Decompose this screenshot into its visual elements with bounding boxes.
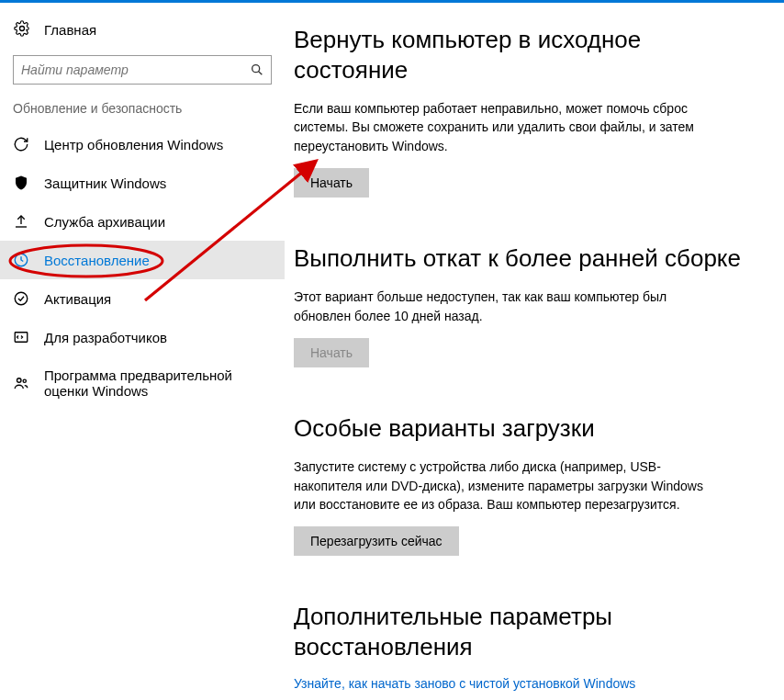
svg-point-1 [252,65,260,73]
search-input[interactable] [13,55,272,85]
svg-line-2 [259,72,263,75]
nav-item-recovery[interactable]: Восстановление [0,241,285,279]
reset-start-button[interactable]: Начать [294,168,369,198]
nav-label: Служба архивации [44,214,165,230]
svg-point-8 [17,378,22,383]
nav-item-insider[interactable]: Программа предварительной оценки Windows [0,356,285,410]
nav-item-defender[interactable]: Защитник Windows [0,164,285,202]
fresh-start-link[interactable]: Узнайте, как начать заново с чистой уста… [294,676,635,691]
nav-label: Защитник Windows [44,175,166,191]
svg-point-0 [20,27,25,31]
search-icon [250,62,264,77]
check-circle-icon [13,290,29,307]
restart-now-button[interactable]: Перезагрузить сейчас [294,526,459,556]
nav-item-backup[interactable]: Служба архивации [0,202,285,241]
rollback-title: Выполнить откат к более ранней сборке [294,243,751,274]
content-pane: Вернуть компьютер в исходное состояние Е… [285,3,784,700]
nav-label: Восстановление [44,253,150,268]
sidebar: Главная Обновление и безопасность Центр … [0,3,285,700]
svg-point-6 [15,292,28,305]
sidebar-section-header: Обновление и безопасность [0,101,285,125]
more-title: Дополнительные параметры восстановления [294,602,751,661]
nav-label: Центр обновления Windows [44,137,223,152]
svg-point-9 [23,379,26,382]
history-icon [13,252,29,268]
nav-item-developers[interactable]: Для разработчиков [0,318,285,356]
home-label: Главная [44,22,96,38]
people-icon [13,375,29,391]
nav-label: Программа предварительной оценки Windows [44,367,255,399]
settings-window: Главная Обновление и безопасность Центр … [0,3,784,700]
code-icon [13,329,29,345]
reset-title: Вернуть компьютер в исходное состояние [294,25,751,85]
gear-icon [13,19,31,40]
sync-icon [13,136,29,152]
nav-label: Для разработчиков [44,330,167,345]
nav-label: Активация [44,291,111,307]
nav-list: Центр обновления Windows Защитник Window… [0,125,285,410]
shield-icon [13,175,29,191]
nav-item-windows-update[interactable]: Центр обновления Windows [0,125,285,164]
upload-icon [13,213,29,230]
advanced-body: Запустите систему с устройства либо диск… [294,457,716,514]
home-link[interactable]: Главная [0,16,285,55]
reset-body: Если ваш компьютер работает неправильно,… [294,99,716,155]
rollback-start-button: Начать [294,338,369,367]
nav-item-activation[interactable]: Активация [0,279,285,318]
advanced-title: Особые варианты загрузки [294,413,751,444]
rollback-body: Этот вариант больше недоступен, так как … [294,288,716,325]
search-container [13,55,272,85]
